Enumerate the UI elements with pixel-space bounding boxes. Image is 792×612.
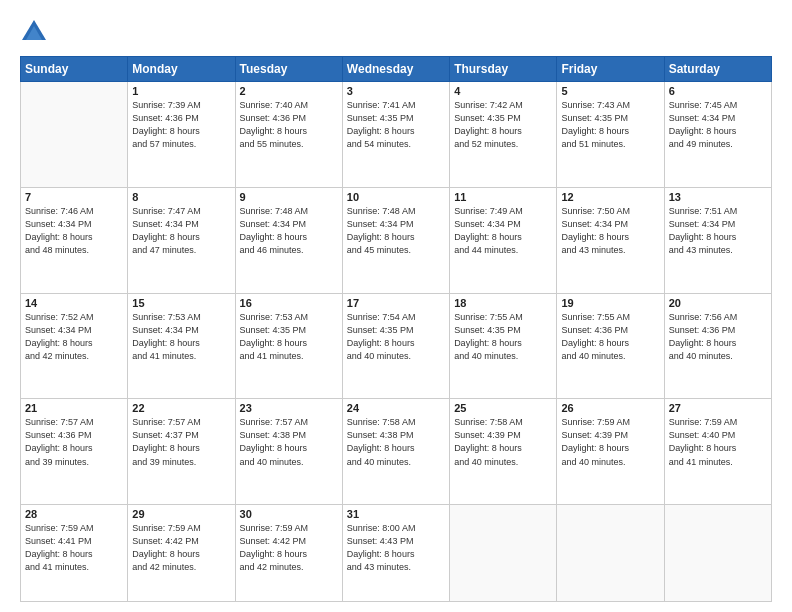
day-number: 26 bbox=[561, 402, 659, 414]
calendar-cell bbox=[450, 505, 557, 602]
calendar-cell: 19Sunrise: 7:55 AM Sunset: 4:36 PM Dayli… bbox=[557, 293, 664, 399]
calendar-day-header: Saturday bbox=[664, 57, 771, 82]
day-number: 22 bbox=[132, 402, 230, 414]
day-info: Sunrise: 7:46 AM Sunset: 4:34 PM Dayligh… bbox=[25, 205, 123, 257]
day-info: Sunrise: 7:48 AM Sunset: 4:34 PM Dayligh… bbox=[240, 205, 338, 257]
calendar-cell: 17Sunrise: 7:54 AM Sunset: 4:35 PM Dayli… bbox=[342, 293, 449, 399]
day-info: Sunrise: 7:47 AM Sunset: 4:34 PM Dayligh… bbox=[132, 205, 230, 257]
day-number: 7 bbox=[25, 191, 123, 203]
calendar-cell: 24Sunrise: 7:58 AM Sunset: 4:38 PM Dayli… bbox=[342, 399, 449, 505]
calendar-day-header: Sunday bbox=[21, 57, 128, 82]
calendar-day-header: Thursday bbox=[450, 57, 557, 82]
day-info: Sunrise: 7:54 AM Sunset: 4:35 PM Dayligh… bbox=[347, 311, 445, 363]
calendar-cell: 15Sunrise: 7:53 AM Sunset: 4:34 PM Dayli… bbox=[128, 293, 235, 399]
day-number: 17 bbox=[347, 297, 445, 309]
day-number: 28 bbox=[25, 508, 123, 520]
day-number: 18 bbox=[454, 297, 552, 309]
day-number: 19 bbox=[561, 297, 659, 309]
calendar-header-row: SundayMondayTuesdayWednesdayThursdayFrid… bbox=[21, 57, 772, 82]
day-number: 9 bbox=[240, 191, 338, 203]
calendar-cell: 11Sunrise: 7:49 AM Sunset: 4:34 PM Dayli… bbox=[450, 187, 557, 293]
calendar-cell: 21Sunrise: 7:57 AM Sunset: 4:36 PM Dayli… bbox=[21, 399, 128, 505]
day-number: 15 bbox=[132, 297, 230, 309]
calendar-day-header: Friday bbox=[557, 57, 664, 82]
day-info: Sunrise: 7:48 AM Sunset: 4:34 PM Dayligh… bbox=[347, 205, 445, 257]
day-info: Sunrise: 7:40 AM Sunset: 4:36 PM Dayligh… bbox=[240, 99, 338, 151]
day-info: Sunrise: 7:53 AM Sunset: 4:35 PM Dayligh… bbox=[240, 311, 338, 363]
day-number: 13 bbox=[669, 191, 767, 203]
day-info: Sunrise: 7:59 AM Sunset: 4:42 PM Dayligh… bbox=[132, 522, 230, 574]
day-number: 21 bbox=[25, 402, 123, 414]
calendar-cell: 16Sunrise: 7:53 AM Sunset: 4:35 PM Dayli… bbox=[235, 293, 342, 399]
day-number: 14 bbox=[25, 297, 123, 309]
calendar-cell: 22Sunrise: 7:57 AM Sunset: 4:37 PM Dayli… bbox=[128, 399, 235, 505]
calendar-cell: 14Sunrise: 7:52 AM Sunset: 4:34 PM Dayli… bbox=[21, 293, 128, 399]
calendar-cell: 27Sunrise: 7:59 AM Sunset: 4:40 PM Dayli… bbox=[664, 399, 771, 505]
day-info: Sunrise: 7:55 AM Sunset: 4:35 PM Dayligh… bbox=[454, 311, 552, 363]
day-number: 16 bbox=[240, 297, 338, 309]
calendar-cell: 31Sunrise: 8:00 AM Sunset: 4:43 PM Dayli… bbox=[342, 505, 449, 602]
day-info: Sunrise: 8:00 AM Sunset: 4:43 PM Dayligh… bbox=[347, 522, 445, 574]
day-number: 31 bbox=[347, 508, 445, 520]
day-info: Sunrise: 7:57 AM Sunset: 4:38 PM Dayligh… bbox=[240, 416, 338, 468]
calendar-cell: 30Sunrise: 7:59 AM Sunset: 4:42 PM Dayli… bbox=[235, 505, 342, 602]
calendar-cell: 28Sunrise: 7:59 AM Sunset: 4:41 PM Dayli… bbox=[21, 505, 128, 602]
day-info: Sunrise: 7:59 AM Sunset: 4:42 PM Dayligh… bbox=[240, 522, 338, 574]
calendar-cell: 5Sunrise: 7:43 AM Sunset: 4:35 PM Daylig… bbox=[557, 82, 664, 188]
day-number: 11 bbox=[454, 191, 552, 203]
day-number: 23 bbox=[240, 402, 338, 414]
day-number: 29 bbox=[132, 508, 230, 520]
calendar-cell: 7Sunrise: 7:46 AM Sunset: 4:34 PM Daylig… bbox=[21, 187, 128, 293]
day-number: 4 bbox=[454, 85, 552, 97]
day-number: 12 bbox=[561, 191, 659, 203]
day-info: Sunrise: 7:52 AM Sunset: 4:34 PM Dayligh… bbox=[25, 311, 123, 363]
calendar-cell: 1Sunrise: 7:39 AM Sunset: 4:36 PM Daylig… bbox=[128, 82, 235, 188]
logo bbox=[20, 18, 52, 46]
header bbox=[20, 18, 772, 46]
page: SundayMondayTuesdayWednesdayThursdayFrid… bbox=[0, 0, 792, 612]
calendar-cell: 12Sunrise: 7:50 AM Sunset: 4:34 PM Dayli… bbox=[557, 187, 664, 293]
day-number: 8 bbox=[132, 191, 230, 203]
day-info: Sunrise: 7:42 AM Sunset: 4:35 PM Dayligh… bbox=[454, 99, 552, 151]
day-number: 20 bbox=[669, 297, 767, 309]
day-number: 10 bbox=[347, 191, 445, 203]
day-info: Sunrise: 7:50 AM Sunset: 4:34 PM Dayligh… bbox=[561, 205, 659, 257]
day-info: Sunrise: 7:59 AM Sunset: 4:39 PM Dayligh… bbox=[561, 416, 659, 468]
day-number: 5 bbox=[561, 85, 659, 97]
calendar-cell: 10Sunrise: 7:48 AM Sunset: 4:34 PM Dayli… bbox=[342, 187, 449, 293]
day-info: Sunrise: 7:39 AM Sunset: 4:36 PM Dayligh… bbox=[132, 99, 230, 151]
logo-icon bbox=[20, 18, 48, 46]
calendar-cell: 8Sunrise: 7:47 AM Sunset: 4:34 PM Daylig… bbox=[128, 187, 235, 293]
day-info: Sunrise: 7:59 AM Sunset: 4:40 PM Dayligh… bbox=[669, 416, 767, 468]
calendar-cell: 6Sunrise: 7:45 AM Sunset: 4:34 PM Daylig… bbox=[664, 82, 771, 188]
calendar-day-header: Tuesday bbox=[235, 57, 342, 82]
calendar-table: SundayMondayTuesdayWednesdayThursdayFrid… bbox=[20, 56, 772, 602]
calendar-cell: 18Sunrise: 7:55 AM Sunset: 4:35 PM Dayli… bbox=[450, 293, 557, 399]
day-info: Sunrise: 7:49 AM Sunset: 4:34 PM Dayligh… bbox=[454, 205, 552, 257]
day-info: Sunrise: 7:57 AM Sunset: 4:37 PM Dayligh… bbox=[132, 416, 230, 468]
day-info: Sunrise: 7:58 AM Sunset: 4:38 PM Dayligh… bbox=[347, 416, 445, 468]
calendar-cell: 25Sunrise: 7:58 AM Sunset: 4:39 PM Dayli… bbox=[450, 399, 557, 505]
day-number: 24 bbox=[347, 402, 445, 414]
day-number: 6 bbox=[669, 85, 767, 97]
day-number: 3 bbox=[347, 85, 445, 97]
day-info: Sunrise: 7:57 AM Sunset: 4:36 PM Dayligh… bbox=[25, 416, 123, 468]
calendar-cell: 13Sunrise: 7:51 AM Sunset: 4:34 PM Dayli… bbox=[664, 187, 771, 293]
day-number: 2 bbox=[240, 85, 338, 97]
day-number: 27 bbox=[669, 402, 767, 414]
day-info: Sunrise: 7:58 AM Sunset: 4:39 PM Dayligh… bbox=[454, 416, 552, 468]
day-info: Sunrise: 7:41 AM Sunset: 4:35 PM Dayligh… bbox=[347, 99, 445, 151]
calendar-cell: 20Sunrise: 7:56 AM Sunset: 4:36 PM Dayli… bbox=[664, 293, 771, 399]
day-info: Sunrise: 7:43 AM Sunset: 4:35 PM Dayligh… bbox=[561, 99, 659, 151]
calendar-day-header: Monday bbox=[128, 57, 235, 82]
calendar-cell bbox=[21, 82, 128, 188]
calendar-cell: 4Sunrise: 7:42 AM Sunset: 4:35 PM Daylig… bbox=[450, 82, 557, 188]
day-info: Sunrise: 7:45 AM Sunset: 4:34 PM Dayligh… bbox=[669, 99, 767, 151]
day-info: Sunrise: 7:55 AM Sunset: 4:36 PM Dayligh… bbox=[561, 311, 659, 363]
calendar-cell: 26Sunrise: 7:59 AM Sunset: 4:39 PM Dayli… bbox=[557, 399, 664, 505]
day-info: Sunrise: 7:51 AM Sunset: 4:34 PM Dayligh… bbox=[669, 205, 767, 257]
calendar-cell bbox=[557, 505, 664, 602]
calendar-cell bbox=[664, 505, 771, 602]
day-info: Sunrise: 7:59 AM Sunset: 4:41 PM Dayligh… bbox=[25, 522, 123, 574]
calendar-cell: 9Sunrise: 7:48 AM Sunset: 4:34 PM Daylig… bbox=[235, 187, 342, 293]
